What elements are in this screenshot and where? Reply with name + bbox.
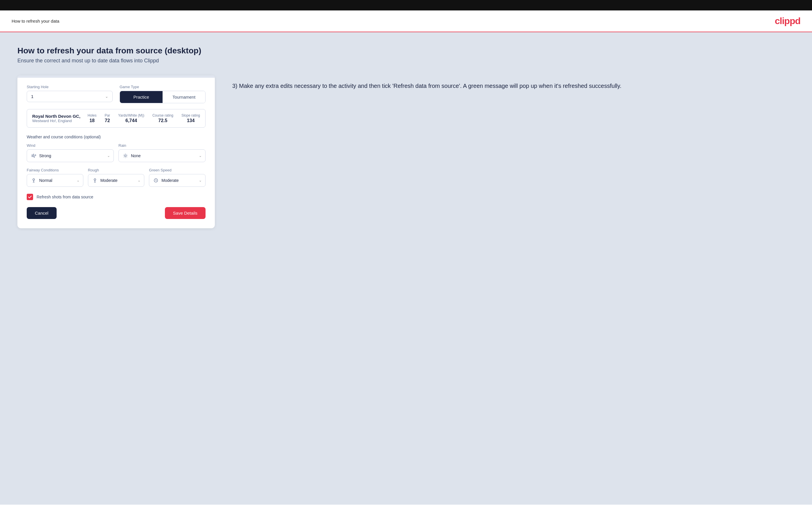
- starting-hole-value: 1: [31, 94, 33, 99]
- rough-icon: [92, 177, 98, 184]
- page-breadcrumb: How to refresh your data: [12, 18, 59, 23]
- logo: clippd: [775, 16, 800, 26]
- header: How to refresh your data clippd: [0, 10, 812, 32]
- side-instruction: 3) Make any extra edits necessary to the…: [232, 81, 795, 91]
- slope-rating-stat: Slope rating 134: [182, 113, 200, 123]
- green-speed-icon: [153, 177, 159, 184]
- green-speed-label: Green Speed: [149, 168, 206, 172]
- green-speed-chevron: ⌄: [199, 178, 202, 182]
- rough-label: Rough: [88, 168, 145, 172]
- rough-group: Rough Moderate ⌄: [88, 168, 145, 187]
- page-title: How to refresh your data from source (de…: [17, 46, 795, 55]
- tournament-button[interactable]: Tournament: [163, 91, 205, 103]
- checkmark-icon: [28, 195, 32, 199]
- weather-section-label: Weather and course conditions (optional): [27, 134, 206, 139]
- course-info: Royal North Devon GC, Westward Ho!, Engl…: [32, 114, 81, 123]
- practice-button[interactable]: Practice: [120, 91, 163, 103]
- starting-hole-chevron: ⌄: [105, 94, 108, 99]
- refresh-checkbox[interactable]: [27, 194, 33, 200]
- course-row: Royal North Devon GC, Westward Ho!, Engl…: [27, 109, 206, 128]
- fairway-chevron: ⌄: [77, 178, 80, 182]
- game-type-toggle: Practice Tournament: [119, 91, 206, 103]
- wind-icon: [31, 153, 37, 159]
- wind-label: Wind: [27, 143, 114, 148]
- starting-hole-select[interactable]: 1 ⌄: [27, 91, 113, 102]
- game-type-group: Game Type Practice Tournament: [119, 85, 206, 103]
- starting-game-row: Starting Hole 1 ⌄ Game Type Practice Tou…: [27, 85, 206, 103]
- fairway-group: Fairway Conditions Normal ⌄: [27, 168, 83, 187]
- cancel-button[interactable]: Cancel: [27, 207, 57, 219]
- wind-rain-row: Wind Strong ⌄ Rain No: [27, 143, 206, 162]
- starting-hole-group: Starting Hole 1 ⌄: [27, 85, 113, 103]
- button-row: Cancel Save Details: [27, 207, 206, 219]
- wind-chevron: ⌄: [107, 154, 110, 158]
- save-button[interactable]: Save Details: [165, 207, 206, 219]
- green-speed-group: Green Speed Moderate ⌄: [149, 168, 206, 187]
- holes-value: 18: [88, 118, 97, 123]
- course-location: Westward Ho!, England: [32, 119, 81, 123]
- rain-select[interactable]: None ⌄: [118, 149, 206, 162]
- slope-rating-value: 134: [182, 118, 200, 123]
- course-stats: Holes 18 Par 72 Yards/White (M)) 6,744 C…: [88, 113, 200, 123]
- rain-label: Rain: [118, 143, 206, 148]
- par-value: 72: [104, 118, 110, 123]
- course-rating-value: 72.5: [152, 118, 173, 123]
- par-stat: Par 72: [104, 113, 110, 123]
- svg-point-1: [33, 179, 35, 180]
- rain-group: Rain None ⌄: [118, 143, 206, 162]
- rain-icon: [122, 153, 129, 159]
- main-content: How to refresh your data from source (de…: [0, 32, 812, 504]
- holes-label: Holes: [88, 113, 97, 117]
- refresh-checkbox-row: Refresh shots from data source: [27, 194, 206, 200]
- wind-value: Strong: [39, 154, 107, 158]
- game-type-label: Game Type: [119, 85, 206, 89]
- rough-chevron: ⌄: [138, 178, 141, 182]
- conditions-bottom-row: Fairway Conditions Normal ⌄ Rough: [27, 168, 206, 187]
- green-speed-value: Moderate: [161, 178, 199, 183]
- yards-value: 6,744: [118, 118, 144, 123]
- card-top-strip: [17, 75, 215, 78]
- activity-card: Starting Hole 1 ⌄ Game Type Practice Tou…: [17, 75, 215, 228]
- yards-stat: Yards/White (M)) 6,744: [118, 113, 144, 123]
- rain-chevron: ⌄: [199, 154, 202, 158]
- rough-value: Moderate: [100, 178, 138, 183]
- wind-group: Wind Strong ⌄: [27, 143, 114, 162]
- side-text: 3) Make any extra edits necessary to the…: [232, 75, 795, 91]
- starting-hole-label: Starting Hole: [27, 85, 113, 89]
- svg-point-0: [124, 155, 126, 157]
- fairway-label: Fairway Conditions: [27, 168, 83, 172]
- top-bar: [0, 0, 812, 10]
- course-rating-stat: Course rating 72.5: [152, 113, 173, 123]
- rough-select[interactable]: Moderate ⌄: [88, 174, 145, 187]
- rain-value: None: [131, 154, 199, 158]
- content-row: Starting Hole 1 ⌄ Game Type Practice Tou…: [17, 75, 795, 228]
- green-speed-select[interactable]: Moderate ⌄: [149, 174, 206, 187]
- course-name: Royal North Devon GC,: [32, 114, 81, 119]
- fairway-value: Normal: [39, 178, 77, 183]
- svg-point-2: [94, 179, 96, 180]
- course-rating-label: Course rating: [152, 113, 173, 117]
- page-subtitle: Ensure the correct and most up to date d…: [17, 58, 795, 64]
- yards-label: Yards/White (M)): [118, 113, 144, 117]
- slope-rating-label: Slope rating: [182, 113, 200, 117]
- fairway-select[interactable]: Normal ⌄: [27, 174, 83, 187]
- footer: Copyright Clippd 2022: [0, 504, 812, 507]
- refresh-label: Refresh shots from data source: [37, 194, 93, 199]
- par-label: Par: [104, 113, 110, 117]
- holes-stat: Holes 18: [88, 113, 97, 123]
- wind-select[interactable]: Strong ⌄: [27, 149, 114, 162]
- fairway-icon: [31, 177, 37, 184]
